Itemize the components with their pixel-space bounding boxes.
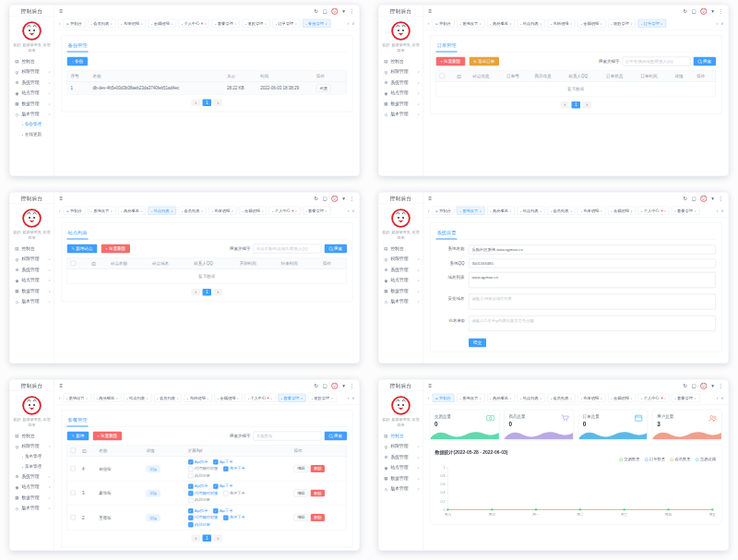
- chevron-left-icon[interactable]: ‹: [428, 21, 430, 26]
- refresh-icon[interactable]: ↻: [683, 383, 687, 389]
- delete-button[interactable]: 删除: [311, 514, 326, 521]
- refresh-icon[interactable]: ↻: [314, 196, 318, 202]
- tab-退款管理[interactable]: ▪退款管理∨: [608, 19, 636, 29]
- search-button[interactable]: 搜索: [325, 432, 348, 441]
- tab-套餐管理[interactable]: ▪套餐管理∨: [672, 394, 699, 403]
- sidebar-item-数据管理[interactable]: ▦数据管理∨: [379, 99, 423, 110]
- tab-备份管理[interactable]: ▪备份管理∨: [303, 19, 330, 29]
- sidebar-item-系统管理[interactable]: ⚙系统管理∨: [379, 452, 423, 463]
- search-input[interactable]: [254, 244, 322, 254]
- caret-down-icon[interactable]: ▾: [711, 383, 714, 389]
- sidebar-item-站点管理[interactable]: ◉站点管理∨: [10, 88, 54, 99]
- tab-商品概览[interactable]: ▪商品概览∨: [93, 394, 121, 403]
- permission-checkbox[interactable]: ✓: [188, 508, 194, 514]
- avatar[interactable]: [700, 382, 708, 389]
- sidebar-item-数据管理[interactable]: ▦数据管理∨: [10, 493, 54, 504]
- fullscreen-icon[interactable]: ▢: [323, 196, 327, 202]
- permission-checkbox[interactable]: ✓: [188, 491, 194, 496]
- caret-down-icon[interactable]: ▾: [711, 8, 714, 15]
- sidebar-item-控制台[interactable]: ▤控制台: [10, 431, 54, 442]
- tab-充值明细[interactable]: ▪充值明细∨: [184, 394, 212, 403]
- tab-个人中心[interactable]: ▪个人中心∨: [244, 394, 276, 403]
- sidebar-item-站点管理[interactable]: ◉站点管理∨: [10, 275, 54, 286]
- sidebar-item-权限管理[interactable]: ◎权限管理∨: [379, 254, 423, 265]
- search-input[interactable]: [623, 57, 691, 66]
- tab-list-dropdown-icon[interactable]: ∨: [351, 396, 354, 400]
- pagination-next-button[interactable]: ›: [214, 100, 223, 107]
- detail-tag[interactable]: 详情: [146, 514, 160, 521]
- tab-list-dropdown-icon[interactable]: ∨: [720, 396, 723, 400]
- caret-down-icon[interactable]: ▾: [711, 196, 714, 202]
- 安全域名-field[interactable]: [469, 294, 716, 310]
- refresh-icon[interactable]: ↻: [683, 196, 687, 202]
- chevron-left-icon[interactable]: ‹: [59, 396, 61, 400]
- permission-item[interactable]: ✓Api下单: [213, 508, 233, 514]
- tab-个人中心[interactable]: ▪个人中心∨: [269, 207, 301, 216]
- avatar[interactable]: [700, 7, 708, 15]
- permission-checkbox[interactable]: [188, 473, 194, 479]
- permission-item[interactable]: ✓Api拍单: [188, 483, 208, 489]
- sidebar-item-版本管理[interactable]: ◇版本管理∨: [10, 503, 54, 514]
- tab-站点列表[interactable]: ▪站点列表∨: [124, 394, 151, 403]
- tab-系统设置[interactable]: ▪系统设置∨: [88, 207, 115, 216]
- permission-item[interactable]: ✓免登下单: [223, 515, 245, 520]
- tab-控制台[interactable]: ▤控制台: [433, 394, 455, 403]
- restore-button[interactable]: 还原: [316, 85, 331, 92]
- tab-商品概览[interactable]: ▪商品概览∨: [487, 207, 515, 216]
- sidebar-subitem-角色管理[interactable]: ▪角色管理: [10, 452, 54, 462]
- chevron-left-icon[interactable]: ‹: [59, 21, 61, 26]
- permission-checkbox[interactable]: ✓: [188, 459, 194, 465]
- tab-充值明细[interactable]: ▪充值明细∨: [577, 394, 605, 403]
- permission-checkbox[interactable]: ✓: [223, 515, 229, 520]
- tab-充值明细[interactable]: ▪充值明细∨: [208, 207, 236, 216]
- menu-icon[interactable]: ≡: [429, 8, 433, 15]
- sidebar-item-控制台[interactable]: ▤控制台: [10, 244, 54, 255]
- chevron-right-icon[interactable]: ›: [348, 21, 350, 26]
- permission-item[interactable]: 免登下单: [223, 491, 245, 496]
- sidebar-item-站点管理[interactable]: ◉站点管理∨: [379, 462, 423, 473]
- permission-item[interactable]: 代理网站对接: [188, 466, 219, 471]
- tab-list-dropdown-icon[interactable]: ∨: [720, 209, 723, 213]
- legend-item[interactable]: 会员数量: [671, 457, 691, 462]
- edit-button[interactable]: 编辑: [294, 514, 309, 521]
- tab-会员列表[interactable]: ▪会员列表∨: [547, 207, 575, 216]
- tab-list-dropdown-icon[interactable]: ∨: [351, 209, 354, 213]
- delete-button[interactable]: 删除: [311, 465, 326, 472]
- tab-套餐管理[interactable]: ▪套餐管理∨: [303, 207, 330, 216]
- more-icon[interactable]: ⋮: [350, 383, 355, 389]
- permission-item[interactable]: ✓Api下单: [213, 483, 233, 489]
- tab-站点列表[interactable]: ▪站点列表∨: [518, 207, 545, 216]
- export-orders-button[interactable]: ↻导出订单: [469, 57, 499, 66]
- batch-delete-button[interactable]: ×批量删除: [436, 57, 466, 66]
- tab-站点列表[interactable]: ▪站点列表∨: [518, 19, 545, 29]
- backup-button[interactable]: ↓备份: [67, 57, 89, 66]
- fullscreen-icon[interactable]: ▢: [692, 8, 696, 15]
- more-icon[interactable]: ⋮: [350, 8, 355, 15]
- tab-商品概览[interactable]: ▪商品概览∨: [118, 207, 146, 216]
- permission-checkbox[interactable]: ✓: [213, 508, 219, 514]
- add-package-button[interactable]: ✎新增: [67, 432, 89, 441]
- tab-充值明细[interactable]: ▪充值明细∨: [547, 19, 575, 29]
- pagination-prev-button[interactable]: ‹: [192, 100, 201, 107]
- pagination-page-1[interactable]: 1: [203, 535, 212, 542]
- tab-会员列表[interactable]: ▪会员列表∨: [178, 207, 206, 216]
- refresh-icon[interactable]: ↻: [314, 8, 318, 15]
- caret-down-icon[interactable]: ▾: [342, 8, 345, 15]
- chevron-right-icon[interactable]: ›: [717, 209, 719, 213]
- pagination-prev-button[interactable]: ‹: [561, 101, 570, 109]
- menu-icon[interactable]: ≡: [60, 196, 64, 202]
- pagination-prev-button[interactable]: ‹: [192, 535, 201, 542]
- chevron-left-icon[interactable]: ‹: [428, 396, 430, 400]
- chevron-right-icon[interactable]: ›: [348, 209, 350, 213]
- menu-icon[interactable]: ≡: [60, 8, 64, 15]
- avatar[interactable]: [331, 382, 339, 389]
- tab-会员列表[interactable]: ▪会员列表∨: [547, 394, 575, 403]
- sidebar-item-版本管理[interactable]: ◇版本管理∨: [379, 483, 423, 494]
- sidebar-item-系统管理[interactable]: ⚙系统管理∨: [10, 265, 54, 276]
- search-button[interactable]: 搜索: [694, 57, 717, 66]
- sidebar-item-权限管理[interactable]: ◎权限管理∨: [10, 254, 54, 265]
- 白名单ip-field[interactable]: [469, 316, 716, 331]
- menu-icon[interactable]: ≡: [429, 383, 433, 389]
- 域名列表-field[interactable]: [469, 272, 716, 288]
- tab-余额明细[interactable]: ▪余额明细∨: [608, 394, 636, 403]
